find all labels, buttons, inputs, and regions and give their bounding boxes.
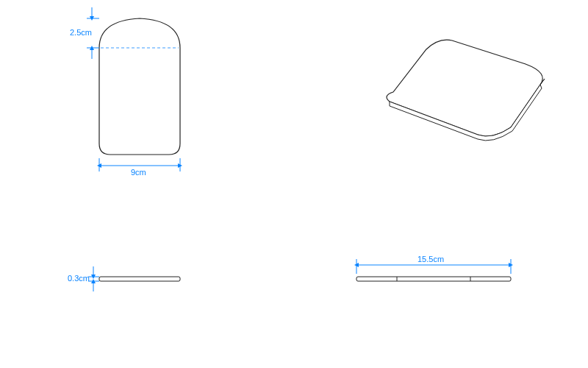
dim-width-label: 9cm [131, 168, 146, 177]
isometric-view [387, 40, 545, 141]
svg-rect-13 [356, 277, 511, 281]
dim-length: 15.5cm [356, 255, 511, 274]
svg-rect-8 [99, 277, 180, 281]
technical-drawing: 2.5cm 9cm 0.3cm [0, 0, 588, 368]
side-edge-view: 0.3cm [68, 266, 180, 291]
length-edge-view: 15.5cm [356, 255, 511, 281]
dim-thickness: 0.3cm [68, 266, 99, 291]
dim-width: 9cm [99, 158, 180, 177]
dim-thickness-label: 0.3cm [68, 274, 90, 283]
dim-length-label: 15.5cm [417, 255, 444, 263]
front-view: 2.5cm 9cm [70, 7, 180, 177]
dim-top-radius: 2.5cm [70, 7, 99, 59]
dim-top-radius-label: 2.5cm [70, 28, 92, 37]
